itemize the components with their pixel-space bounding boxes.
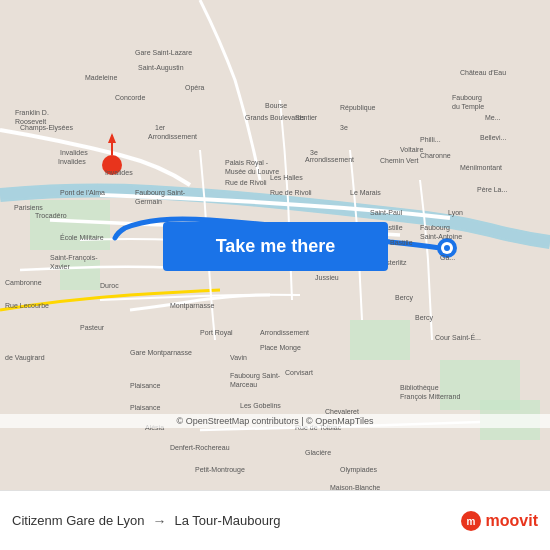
svg-text:Pasteur: Pasteur	[80, 324, 105, 331]
svg-text:Faubourg: Faubourg	[452, 94, 482, 102]
svg-text:Charonne: Charonne	[420, 152, 451, 159]
svg-text:Gare Montparnasse: Gare Montparnasse	[130, 349, 192, 357]
svg-text:Bibliothèque: Bibliothèque	[400, 384, 439, 392]
svg-text:Saint-Augustin: Saint-Augustin	[138, 64, 184, 72]
svg-text:Germain: Germain	[135, 198, 162, 205]
svg-text:Parisiens: Parisiens	[14, 204, 43, 211]
svg-text:Olympiades: Olympiades	[340, 466, 377, 474]
svg-text:Place Monge: Place Monge	[260, 344, 301, 352]
svg-text:m: m	[466, 516, 475, 527]
destination-label: La Tour-Maubourg	[174, 513, 280, 528]
route-info: Citizenm Gare de Lyon → La Tour-Maubourg	[12, 513, 460, 529]
svg-text:Philli...: Philli...	[420, 136, 441, 143]
svg-text:Petit-Montrouge: Petit-Montrouge	[195, 466, 245, 474]
svg-text:Bourse: Bourse	[265, 102, 287, 109]
svg-text:Invalides: Invalides	[58, 158, 86, 165]
svg-text:Franklin D.: Franklin D.	[15, 109, 49, 116]
footer: Citizenm Gare de Lyon → La Tour-Maubourg…	[0, 490, 550, 550]
svg-text:Pont de l'Alma: Pont de l'Alma	[60, 189, 105, 196]
svg-text:Plaisance: Plaisance	[130, 404, 160, 411]
svg-text:3e: 3e	[310, 149, 318, 156]
svg-text:Glacière: Glacière	[305, 449, 331, 456]
svg-text:Invalides: Invalides	[60, 149, 88, 156]
svg-text:Musée du Louvre: Musée du Louvre	[225, 168, 279, 175]
svg-text:Marceau: Marceau	[230, 381, 257, 388]
svg-text:3e: 3e	[340, 124, 348, 131]
moovit-icon: m	[460, 510, 482, 532]
svg-text:République: République	[340, 104, 376, 112]
svg-text:Faubourg Saint-: Faubourg Saint-	[135, 189, 186, 197]
map-container: Champs-Elysées Franklin D. Roosevelt Inv…	[0, 0, 550, 490]
svg-text:Plaisance: Plaisance	[130, 382, 160, 389]
svg-text:Arrondissement: Arrondissement	[148, 133, 197, 140]
moovit-logo: m moovit	[460, 510, 538, 532]
svg-text:Concorde: Concorde	[115, 94, 145, 101]
svg-text:Cour Saint-É...: Cour Saint-É...	[435, 333, 481, 341]
svg-text:Opéra: Opéra	[185, 84, 205, 92]
svg-text:1er: 1er	[155, 124, 166, 131]
svg-text:Champs-Elysées: Champs-Elysées	[20, 124, 73, 132]
svg-text:du Temple: du Temple	[452, 103, 484, 111]
svg-text:de Vaugirard: de Vaugirard	[5, 354, 45, 362]
svg-text:École Militaire: École Militaire	[60, 233, 104, 241]
svg-text:Père La...: Père La...	[477, 186, 507, 193]
svg-text:Rue Lecourbe: Rue Lecourbe	[5, 302, 49, 309]
svg-text:Chemin Vert: Chemin Vert	[380, 157, 419, 164]
take-me-there-button[interactable]: Take me there	[163, 222, 388, 271]
svg-text:Les Halles: Les Halles	[270, 174, 303, 181]
svg-point-10	[444, 245, 450, 251]
svg-text:Arrondissement: Arrondissement	[260, 329, 309, 336]
svg-text:Jussieu: Jussieu	[315, 274, 339, 281]
svg-text:Me...: Me...	[485, 114, 501, 121]
svg-text:Bercy: Bercy	[415, 314, 433, 322]
svg-text:Denfert-Rochereau: Denfert-Rochereau	[170, 444, 230, 451]
svg-text:Maison-Blanche: Maison-Blanche	[330, 484, 380, 490]
svg-text:Rue de Rivoli: Rue de Rivoli	[270, 189, 312, 196]
svg-text:Cambronne: Cambronne	[5, 279, 42, 286]
svg-text:Faubourg: Faubourg	[420, 224, 450, 232]
svg-text:Ménilmontant: Ménilmontant	[460, 164, 502, 171]
svg-text:Corvisart: Corvisart	[285, 369, 313, 376]
arrow-icon: →	[152, 513, 166, 529]
svg-text:Faubourg Saint-: Faubourg Saint-	[230, 372, 281, 380]
svg-text:Lyon: Lyon	[448, 209, 463, 217]
svg-text:Saint-Paul: Saint-Paul	[370, 209, 403, 216]
svg-rect-3	[350, 320, 410, 360]
svg-text:Bercy: Bercy	[395, 294, 413, 302]
origin-label: Citizenm Gare de Lyon	[12, 513, 144, 528]
svg-text:Duroc: Duroc	[100, 282, 119, 289]
svg-text:Sentier: Sentier	[295, 114, 318, 121]
svg-text:Palais Royal -: Palais Royal -	[225, 159, 269, 167]
svg-text:Invalides: Invalides	[105, 169, 133, 176]
svg-text:Port Royal: Port Royal	[200, 329, 233, 337]
svg-text:Les Gobelins: Les Gobelins	[240, 402, 281, 409]
svg-text:Trocadéro: Trocadéro	[35, 212, 67, 219]
moovit-brand-text: moovit	[486, 512, 538, 530]
svg-text:Le Marais: Le Marais	[350, 189, 381, 196]
svg-text:Saint-François-: Saint-François-	[50, 254, 98, 262]
svg-text:Saint-Antoine: Saint-Antoine	[420, 233, 462, 240]
svg-text:Vavin: Vavin	[230, 354, 247, 361]
svg-text:Bellevi...: Bellevi...	[480, 134, 507, 141]
svg-text:Arrondissement: Arrondissement	[305, 156, 354, 163]
svg-text:Xavier: Xavier	[50, 263, 71, 270]
svg-text:Rue de Rivoli: Rue de Rivoli	[225, 179, 267, 186]
svg-text:Madeleine: Madeleine	[85, 74, 117, 81]
map-attribution: © OpenStreetMap contributors | © OpenMap…	[0, 414, 550, 428]
svg-text:Montparnasse: Montparnasse	[170, 302, 214, 310]
svg-text:François Mitterrand: François Mitterrand	[400, 393, 460, 401]
svg-text:Gare Saint-Lazare: Gare Saint-Lazare	[135, 49, 192, 56]
svg-text:Bastille: Bastille	[390, 239, 413, 246]
svg-text:Roosevelt: Roosevelt	[15, 118, 46, 125]
svg-text:Château d'Eau: Château d'Eau	[460, 69, 506, 76]
svg-text:Ga...: Ga...	[440, 254, 455, 261]
